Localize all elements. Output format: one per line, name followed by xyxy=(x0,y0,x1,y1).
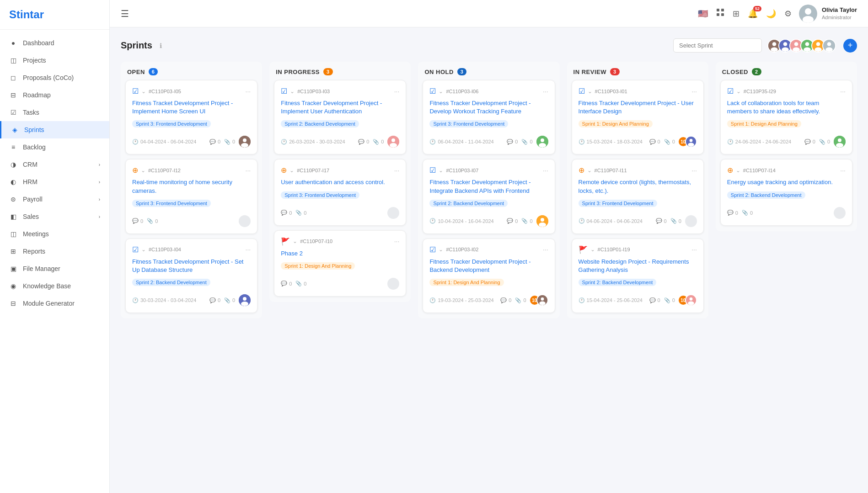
svg-point-29 xyxy=(243,297,246,301)
sidebar: Stintar ● Dashboard ◫ Projects ◻ Proposa… xyxy=(0,0,110,493)
card-title[interactable]: Phase 2 xyxy=(281,249,399,258)
sidebar-item-label: Payroll xyxy=(23,196,43,203)
comment-icon: 💬 xyxy=(507,218,513,224)
payroll-icon: ⊜ xyxy=(9,195,17,203)
card-id: #C110P03-I03 xyxy=(297,89,391,94)
apps-icon-button[interactable] xyxy=(716,8,724,19)
card-sprint-badge[interactable]: Sprint 2: Backend Development xyxy=(579,279,657,286)
card-title[interactable]: Fitness Tracket Development Project - Im… xyxy=(132,99,251,116)
card-sprint-badge[interactable]: Sprint 2: Backend Development xyxy=(132,279,210,286)
card-more-button[interactable]: ··· xyxy=(394,88,400,95)
card-comments: 💬0 xyxy=(507,218,518,224)
card-header-row: ☑ ⌄ #C110P03-I02 ··· xyxy=(429,245,548,254)
card-title[interactable]: Fitness Tracker Development Project - Im… xyxy=(281,99,399,116)
menu-toggle-button[interactable]: ☰ xyxy=(121,8,129,19)
card-title[interactable]: Remote device control (lights, thermosta… xyxy=(579,178,697,195)
sidebar-item-label: Backlog xyxy=(23,143,46,151)
card-avatar xyxy=(239,294,251,306)
card-more-button[interactable]: ··· xyxy=(246,88,251,95)
card-date-row: 🕐 19-03-2024 - 25-03-2024 💬0📎0 10 xyxy=(429,294,548,306)
card-more-button[interactable]: ··· xyxy=(840,167,846,174)
sprint-select-input[interactable] xyxy=(673,38,762,53)
sidebar-item-payroll[interactable]: ⊜ Payroll › xyxy=(0,191,109,208)
svg-point-27 xyxy=(241,143,248,148)
card-more-button[interactable]: ··· xyxy=(543,246,548,253)
card-more-button[interactable]: ··· xyxy=(691,167,697,174)
sidebar-item-crm[interactable]: ◑ CRM › xyxy=(0,156,109,173)
sprint-card: 🚩 ⌄ #C110P07-I10 ··· Phase 2 Sprint 1: D… xyxy=(274,230,406,297)
card-more-button[interactable]: ··· xyxy=(691,246,697,253)
card-title[interactable]: Lack of collaboration tools for team mem… xyxy=(727,99,846,116)
sidebar-item-backlog[interactable]: ≡ Backlog xyxy=(0,138,109,156)
card-date-row: 🕐 10-04-2024 - 16-04-2024 💬0📎0 xyxy=(429,215,548,227)
card-title[interactable]: Fitness Tracker Development Project - Ba… xyxy=(429,258,548,274)
card-more-button[interactable]: ··· xyxy=(840,88,846,95)
sidebar-item-meetings[interactable]: ◫ Meetings xyxy=(0,225,109,243)
card-more-button[interactable]: ··· xyxy=(691,88,697,95)
sidebar-item-tasks[interactable]: ☑ Tasks xyxy=(0,104,109,121)
card-date: 🕐 06-04-2024 - 11-04-2024 xyxy=(429,139,493,145)
card-sprint-badge[interactable]: Sprint 3: Frontend Development xyxy=(132,200,211,207)
card-sprint-badge[interactable]: Sprint 1: Design And Planning xyxy=(429,279,504,286)
proposals-icon: ◻ xyxy=(9,74,17,82)
flag-icon-button[interactable]: 🇺🇸 xyxy=(698,9,708,19)
sidebar-item-roadmap[interactable]: ⊟ Roadmap xyxy=(0,86,109,104)
card-more-button[interactable]: ··· xyxy=(394,238,400,245)
logo: Stintar xyxy=(0,0,109,30)
card-attachments: 📎0 xyxy=(515,297,526,303)
card-title[interactable]: Real-time monitoring of home security ca… xyxy=(132,178,251,195)
module-generator-icon: ⊟ xyxy=(9,299,17,307)
card-title[interactable]: Fitness Tracker Development Project - In… xyxy=(429,178,548,195)
card-more-button[interactable]: ··· xyxy=(394,167,400,174)
sidebar-item-hrm[interactable]: ◐ HRM › xyxy=(0,173,109,191)
card-title[interactable]: Website Redesign Project - Requirements … xyxy=(579,258,697,274)
sprint-card: ⊕ ⌄ #C110P07-I14 ··· Energy usage tracki… xyxy=(720,159,852,225)
card-sprint-badge[interactable]: Sprint 3: Frontend Development xyxy=(429,120,508,127)
card-header-row: ⊕ ⌄ #C110P07-I17 ··· xyxy=(281,166,399,175)
settings-button[interactable]: ⚙ xyxy=(784,9,792,19)
page-title-info-icon[interactable]: ℹ xyxy=(160,42,162,49)
card-header-row: 🚩 ⌄ #C110P07-I10 ··· xyxy=(281,237,399,246)
sidebar-item-proposals[interactable]: ◻ Proposals (CoCo) xyxy=(0,69,109,86)
comment-icon: 💬 xyxy=(804,139,811,145)
svg-point-11 xyxy=(783,42,788,46)
sidebar-item-sales[interactable]: ◧ Sales › xyxy=(0,208,109,225)
card-more-button[interactable]: ··· xyxy=(543,167,548,174)
sidebar-item-file-manager[interactable]: ▣ File Manager xyxy=(0,260,109,277)
sidebar-item-sprints[interactable]: ◈ Sprints xyxy=(0,121,109,138)
sidebar-item-dashboard[interactable]: ● Dashboard xyxy=(0,34,109,52)
card-more-button[interactable]: ··· xyxy=(246,167,251,174)
card-title[interactable]: Fitness Tracket Development Project - Se… xyxy=(132,258,251,274)
card-title[interactable]: Fitness Tracker Development Project - De… xyxy=(429,99,548,116)
card-id: #C110P03-I07 xyxy=(446,168,540,173)
theme-toggle-button[interactable]: 🌙 xyxy=(766,9,776,19)
card-title[interactable]: Fitness Tracker Development Project - Us… xyxy=(579,99,697,116)
card-sprint-badge[interactable]: Sprint 2: Backend Development xyxy=(281,120,359,127)
grid-icon-button[interactable]: ⊞ xyxy=(733,9,739,19)
sidebar-item-module-generator[interactable]: ⊟ Module Generator xyxy=(0,295,109,312)
card-comments: 💬0 xyxy=(727,210,738,216)
card-sprint-badge[interactable]: Sprint 3: Frontend Development xyxy=(281,191,359,199)
card-sprint-badge[interactable]: Sprint 1: Design And Planning xyxy=(727,120,801,127)
sidebar-item-projects[interactable]: ◫ Projects xyxy=(0,52,109,69)
card-sprint-badge[interactable]: Sprint 2: Backend Development xyxy=(429,200,508,207)
notification-button[interactable]: 🔔 52 xyxy=(748,9,758,19)
card-comments: 💬0 xyxy=(209,139,220,145)
sidebar-item-label: Knowledge Base xyxy=(23,282,71,290)
svg-point-48 xyxy=(688,302,694,305)
card-sprint-badge[interactable]: Sprint 3: Frontend Development xyxy=(579,200,657,207)
card-sprint-badge[interactable]: Sprint 1: Design And Planning xyxy=(281,262,355,270)
card-more-button[interactable]: ··· xyxy=(543,88,548,95)
file-manager-icon: ▣ xyxy=(9,265,17,273)
card-sprint-badge[interactable]: Sprint 3: Frontend Development xyxy=(132,120,211,127)
card-title[interactable]: Energy usage tracking and optimization. xyxy=(727,178,846,186)
card-more-button[interactable]: ··· xyxy=(246,246,251,253)
paperclip-icon: 📎 xyxy=(373,139,379,145)
card-sprint-badge[interactable]: Sprint 2: Backend Development xyxy=(727,191,805,199)
add-member-button[interactable]: + xyxy=(843,39,857,53)
card-sprint-badge[interactable]: Sprint 1: Design And Planning xyxy=(579,120,653,127)
card-title[interactable]: User authentication and access control. xyxy=(281,178,399,186)
user-avatar xyxy=(799,5,817,23)
sidebar-item-reports[interactable]: ⊞ Reports xyxy=(0,243,109,260)
sidebar-item-knowledge-base[interactable]: ◉ Knowledge Base xyxy=(0,277,109,295)
